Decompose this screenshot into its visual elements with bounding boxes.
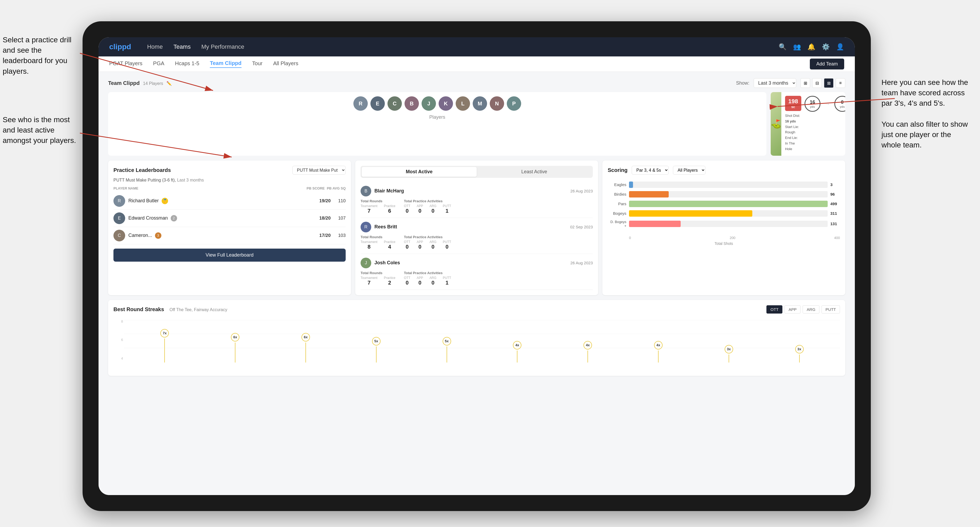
arg-label-1: ARG — [430, 204, 436, 208]
tournament-val-1: 7 — [361, 208, 377, 214]
player-name-2: Edward Crossman — [128, 215, 168, 221]
bogeys-bar — [629, 210, 752, 217]
avatar-2[interactable]: E — [371, 96, 385, 111]
scoring-par-filter[interactable]: Par 3, 4 & 5s Par 3s Par 4s Par 5s — [632, 166, 669, 175]
subnav-hcaps[interactable]: Hcaps 1-5 — [175, 60, 199, 68]
most-active-card: Most Active Least Active B Blair McHarg … — [355, 160, 598, 295]
nav-link-home[interactable]: Home — [147, 43, 163, 50]
putt-stat-1: PUTT 1 — [443, 204, 451, 214]
subnav-all-players[interactable]: All Players — [273, 60, 298, 68]
leaderboard-info-3: Cameron... 3 — [128, 232, 316, 239]
tournament-label-3: Tournament — [361, 276, 377, 280]
avatar-3[interactable]: C — [387, 96, 402, 111]
practice-stat-3: Practice 2 — [384, 276, 395, 286]
arg-val-3: 0 — [430, 280, 436, 286]
y-axis-6: 6 — [121, 338, 123, 342]
bar-pars: Pars 499 — [608, 201, 840, 207]
avatar-7[interactable]: L — [456, 96, 470, 111]
practice-label-2: Practice — [384, 240, 395, 244]
view-grid-lg[interactable]: ⊠ — [824, 78, 834, 88]
avatar-1[interactable]: R — [353, 96, 368, 111]
d-bogeys-value: 131 — [830, 221, 840, 226]
timeline-pt-5: 5x — [442, 337, 451, 362]
team-name: Team Clippd — [108, 80, 140, 86]
practice-activities-label-2: Total Practice Activities — [404, 235, 451, 239]
practice-val-3: 2 — [384, 280, 395, 286]
ott-label-2: OTT — [404, 240, 410, 244]
show-label: Show: — [736, 80, 749, 86]
add-team-button[interactable]: Add Team — [810, 59, 844, 70]
settings-icon[interactable]: ⚙️ — [822, 43, 830, 51]
avatar-6[interactable]: K — [439, 96, 453, 111]
birdies-bar — [629, 191, 669, 197]
app-val-2: 0 — [417, 244, 423, 250]
timeline-dot-1: 7x — [160, 329, 169, 338]
subnav-tour[interactable]: Tour — [252, 60, 262, 68]
leaderboard-row-1[interactable]: R Richard Butler 🥇 19/20 110 — [113, 192, 346, 210]
avatar-5[interactable]: J — [422, 96, 436, 111]
ott-filter-btn[interactable]: OTT — [767, 305, 783, 314]
subnav-pgat[interactable]: PGAT Players — [109, 60, 142, 68]
shot-badge: 198 sc — [785, 96, 801, 111]
player-name-3: Cameron... — [128, 232, 152, 238]
ott-label-1: OTT — [404, 204, 410, 208]
avatar-8[interactable]: M — [473, 96, 487, 111]
least-active-tab[interactable]: Least Active — [477, 167, 592, 177]
activity-tabs: Most Active Least Active — [361, 166, 593, 178]
avatar-4[interactable]: B — [404, 96, 419, 111]
drill-subtitle: PUTT Must Make Putting (3-6 ft), Last 3 … — [113, 178, 346, 183]
ott-stat-3: OTT 0 — [404, 276, 410, 286]
shot-info-card: ⛳ 198 sc Shot Dist: 16 yds — [771, 92, 845, 156]
shot-thumbnail: ⛳ — [771, 92, 781, 156]
app-filter-btn[interactable]: APP — [784, 305, 800, 314]
avatar-9[interactable]: N — [490, 96, 504, 111]
timeline-pt-1: 7x — [160, 329, 169, 362]
most-active-tab[interactable]: Most Active — [362, 167, 477, 177]
active-player-2: R Rees Britt 02 Sep 2023 Total Rounds To… — [361, 218, 593, 254]
avatar-10[interactable]: P — [507, 96, 521, 111]
eagles-value: 3 — [830, 182, 840, 187]
timeline-area: 7x 6x 6x 5x — [124, 320, 840, 362]
active-player-3: J Josh Coles 26 Aug 2023 Total Rounds To… — [361, 254, 593, 290]
team-controls: Show: Last 3 months Last 6 months Last y… — [736, 78, 845, 88]
leaderboard-row-3[interactable]: C Cameron... 3 17/20 103 — [113, 227, 346, 244]
arg-filter-btn[interactable]: ARG — [803, 305, 819, 314]
activities-pair-1: OTT 0 APP 0 ARG 0 — [404, 204, 451, 214]
drill-select[interactable]: PUTT Must Make Putting... — [293, 166, 346, 175]
view-grid-sm[interactable]: ⊞ — [800, 78, 810, 88]
timeline-dot-6: 4x — [513, 341, 522, 349]
profile-icon[interactable]: 👤 — [836, 43, 844, 51]
subnav-team-clippd[interactable]: Team Clippd — [210, 60, 242, 68]
bell-icon[interactable]: 🔔 — [807, 43, 815, 51]
end-lie-value: In The Hole — [785, 141, 795, 151]
shot-yds-end: 0 yds — [834, 96, 845, 112]
nav-link-performance[interactable]: My Performance — [201, 43, 244, 50]
search-icon[interactable]: 🔍 — [779, 43, 787, 51]
player-count: 14 Players — [143, 81, 163, 86]
putt-filter-btn[interactable]: PUTT — [822, 305, 840, 314]
ipad-frame: clippd Home Teams My Performance 🔍 👥 🔔 ⚙… — [83, 21, 871, 511]
tournament-val-3: 7 — [361, 280, 377, 286]
player-badge-3: 3 — [155, 232, 161, 239]
view-leaderboard-button[interactable]: View Full Leaderboard — [113, 249, 346, 262]
users-icon[interactable]: 👥 — [793, 43, 801, 51]
bogeys-value: 311 — [830, 211, 840, 216]
active-player-header-1: B Blair McHarg 26 Aug 2023 — [361, 186, 593, 197]
bogeys-label: Bogeys — [608, 211, 626, 216]
show-select[interactable]: Last 3 months Last 6 months Last year — [754, 78, 796, 88]
view-grid-md[interactable]: ⊟ — [812, 78, 822, 88]
active-date-1: 26 Aug 2023 — [570, 189, 593, 193]
timeline-pt-7: 4x — [584, 341, 592, 362]
active-stats-3: Total Rounds Tournament 7 Practice 2 — [361, 271, 593, 286]
subnav-pga[interactable]: PGA — [153, 60, 164, 68]
leaderboard-row-2[interactable]: E Edward Crossman 2 18/20 107 — [113, 210, 346, 227]
total-rounds-group-1: Total Rounds Tournament 7 Practice 6 — [361, 199, 396, 214]
app-label-2: APP — [417, 240, 423, 244]
timeline-stem-4 — [376, 346, 377, 362]
edit-icon[interactable]: ✏️ — [167, 81, 172, 86]
nav-link-teams[interactable]: Teams — [173, 43, 191, 50]
three-columns: Practice Leaderboards PUTT Must Make Put… — [108, 160, 845, 295]
view-list[interactable]: ≡ — [836, 78, 845, 88]
scoring-bar-chart: Eagles 3 Birdies 96 — [608, 179, 840, 234]
scoring-player-filter[interactable]: All Players — [673, 166, 705, 175]
